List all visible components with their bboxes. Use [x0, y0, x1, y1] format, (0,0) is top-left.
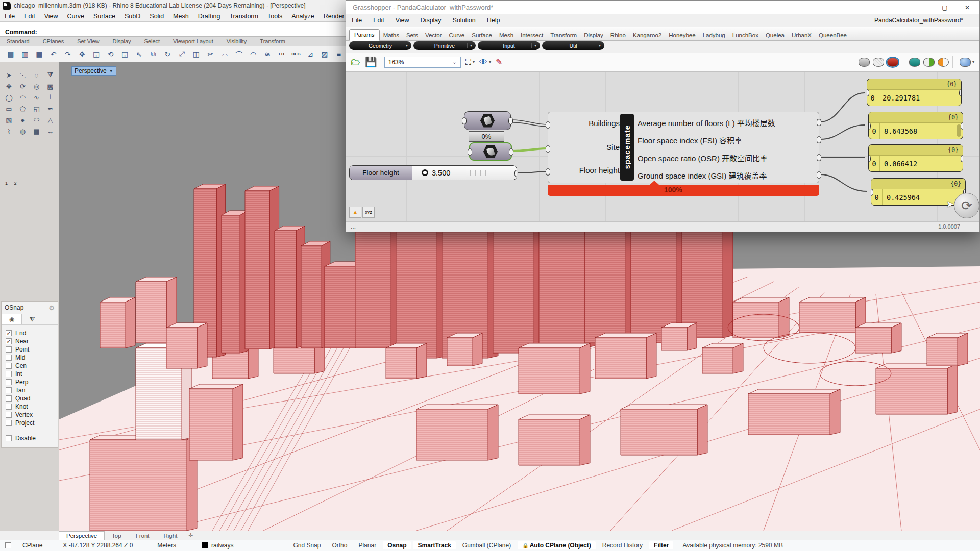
menu-edit[interactable]: Edit — [19, 13, 40, 20]
zoom-extents-icon[interactable]: ⛶ — [465, 58, 471, 67]
move-icon[interactable]: ✥ — [2, 81, 16, 92]
cone-icon[interactable]: △ — [43, 114, 57, 126]
minimize-icon[interactable]: — — [911, 1, 934, 14]
checkbox-unchecked[interactable] — [6, 435, 12, 441]
chevron-down-icon[interactable]: ▾ — [489, 60, 491, 64]
osnap-item-int[interactable]: Int — [6, 370, 58, 378]
polygon-icon[interactable]: ⬠ — [16, 103, 30, 114]
chevron-down-icon[interactable]: ▾ — [473, 60, 475, 64]
menu-analyze[interactable]: Analyze — [287, 13, 318, 20]
menu-transform[interactable]: Transform — [225, 13, 263, 20]
fit-icon[interactable]: FIT — [275, 48, 288, 60]
save-file-icon[interactable]: 💾 — [365, 56, 377, 68]
scale-icon[interactable]: ⤢ — [175, 48, 188, 60]
open-file-icon[interactable]: ▥ — [18, 48, 32, 60]
compass-widget-icon[interactable]: XYZ — [362, 207, 375, 218]
gh-tab-honeybee[interactable]: Honeybee — [665, 31, 699, 40]
menu-file[interactable]: File — [0, 13, 19, 20]
osnap-item-tan[interactable]: Tan — [6, 386, 58, 394]
viewport-tab-top[interactable]: Top — [105, 531, 129, 540]
checkbox-unchecked[interactable] — [6, 412, 12, 418]
status-toggle-grid-snap[interactable]: Grid Snap — [288, 541, 325, 549]
gh-tab-kangaroo2[interactable]: Kangaroo2 — [629, 31, 665, 40]
zoom-level-combo[interactable]: 163% ⌄ — [384, 57, 461, 68]
lasso-icon[interactable]: ◌ — [30, 69, 43, 81]
cylinder-icon[interactable]: ⬭ — [30, 114, 43, 126]
status-toggle-auto-cplane-object-[interactable]: 🔒Auto CPlane (Object) — [518, 541, 596, 549]
checkbox-checked[interactable]: ✓ — [6, 338, 12, 344]
panel-scrollbar[interactable] — [957, 124, 961, 137]
gh-tab-mesh[interactable]: Mesh — [496, 31, 517, 40]
surface-icon[interactable]: ◱ — [30, 103, 43, 114]
gh-menu-file[interactable]: File — [346, 17, 368, 24]
status-toggle-filter[interactable]: Filter — [649, 541, 673, 549]
cplane-button[interactable]: CPlane — [22, 542, 42, 549]
toolbar-tab-viewport-layout[interactable]: Viewport Layout — [166, 38, 220, 44]
status-toggle-planar[interactable]: Planar — [354, 541, 381, 549]
open-file-icon[interactable]: 🗁 — [351, 57, 360, 68]
new-file-icon[interactable]: ▤ — [4, 48, 17, 60]
output-panel-1[interactable]: {0}020.291781 — [867, 79, 962, 106]
filter-icon[interactable]: ⧩ — [43, 69, 57, 81]
osnap-item-perp[interactable]: Perp — [6, 378, 58, 386]
toolbar-tab-select[interactable]: Select — [138, 38, 167, 44]
gh-tab-curve[interactable]: Curve — [446, 31, 469, 40]
osnap-item-cen[interactable]: Cen — [6, 362, 58, 370]
checkbox-unchecked[interactable] — [6, 379, 12, 385]
menu-mesh[interactable]: Mesh — [168, 13, 193, 20]
gh-group-input[interactable]: Input▾ — [478, 41, 540, 50]
output-panel-3[interactable]: {0}00.066412 — [868, 144, 963, 172]
slider-track[interactable]: 3.500 — [412, 166, 517, 180]
osnap-item-end[interactable]: ✓End — [6, 329, 58, 337]
osnap-item-disable[interactable]: Disable — [6, 434, 58, 442]
angle-icon[interactable]: ⊿ — [304, 48, 317, 60]
mesh-icon[interactable]: ▦ — [30, 126, 43, 137]
preview-wireframe-icon[interactable] — [873, 58, 884, 67]
rotate-view-icon[interactable]: ⟲ — [104, 48, 117, 60]
layer-icon[interactable]: ≡ — [332, 48, 346, 60]
offset-icon[interactable]: ≋ — [261, 48, 274, 60]
dimension-icon[interactable]: ↔ — [43, 126, 57, 137]
checkbox-unchecked[interactable] — [6, 387, 12, 393]
undo-icon[interactable]: ↶ — [47, 48, 60, 60]
gh-tab-vector[interactable]: Vector — [422, 31, 446, 40]
sketch-pen-icon[interactable]: ✎ — [496, 57, 502, 67]
gh-group-primitive[interactable]: Primitive▾ — [413, 41, 476, 50]
status-toggle-osnap[interactable]: Osnap — [383, 541, 411, 549]
rotate-icon[interactable]: ⟳ — [16, 81, 30, 92]
spacemate-component[interactable]: BuildingsSiteFloor height spacemate Aver… — [548, 112, 819, 183]
preview-eye-icon[interactable]: 👁 — [479, 58, 487, 67]
gh-tab-quelea[interactable]: Quelea — [762, 31, 788, 40]
checkbox-unchecked[interactable] — [6, 395, 12, 402]
chevron-down-icon[interactable]: ▾ — [972, 60, 974, 64]
units-label[interactable]: Meters — [157, 542, 176, 549]
zoom-window-icon[interactable]: ◲ — [118, 48, 132, 60]
slider-knob[interactable] — [422, 169, 428, 176]
gh-tab-rhino[interactable]: Rhino — [607, 31, 629, 40]
select-cursor-icon[interactable]: ➤ — [2, 69, 16, 81]
osnap-item-quad[interactable]: Quad — [6, 394, 58, 403]
gh-tab-urbanx[interactable]: UrbanX — [788, 31, 815, 40]
menu-curve[interactable]: Curve — [63, 13, 89, 20]
osnap-item-knot[interactable]: Knot — [6, 403, 58, 411]
menu-drafting[interactable]: Drafting — [193, 13, 225, 20]
osnap-tab-filter[interactable]: ⧨ — [22, 314, 42, 324]
gear-icon[interactable]: ⚙ — [48, 304, 55, 312]
select-points-icon[interactable]: ⋱ — [16, 69, 30, 81]
output-panel-2[interactable]: {0}08.643568 — [868, 112, 963, 139]
gh-menu-help[interactable]: Help — [481, 17, 506, 24]
checkbox-unchecked[interactable] — [6, 346, 12, 353]
gh-tab-queenbee[interactable]: QueenBee — [815, 31, 850, 40]
brep-param-site[interactable] — [469, 142, 512, 161]
profiler-widget-icon[interactable]: ▲ — [349, 207, 361, 218]
osnap-tab-snaps[interactable]: ◉ — [2, 314, 22, 324]
boolean-icon[interactable]: ◍ — [16, 126, 30, 137]
close-icon[interactable]: ✕ — [956, 1, 978, 14]
gh-tab-sets[interactable]: Sets — [403, 31, 422, 40]
toolbar-tab-visibility[interactable]: Visibility — [220, 38, 254, 44]
hatch-icon[interactable]: ▨ — [318, 48, 331, 60]
split-icon[interactable]: ⌓ — [218, 48, 231, 60]
status-toggle-smarttrack[interactable]: SmartTrack — [413, 541, 455, 549]
save-icon[interactable]: ▦ — [33, 48, 46, 60]
copy-icon[interactable]: ⧉ — [147, 48, 160, 60]
